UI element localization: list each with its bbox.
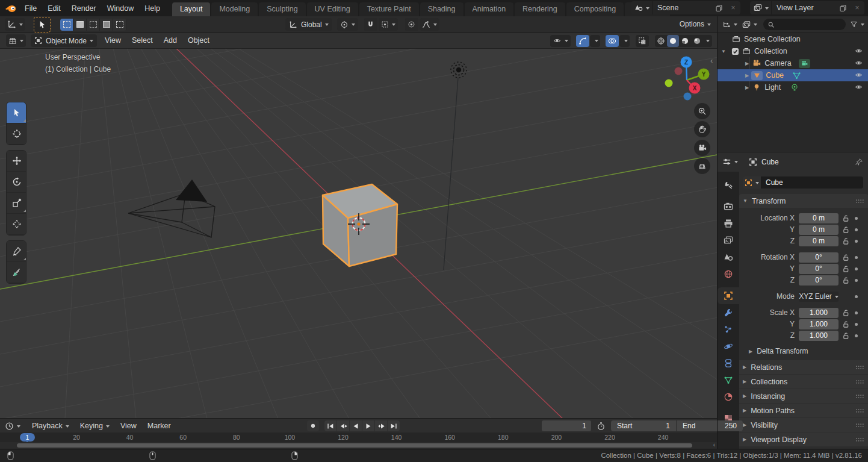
pin-icon[interactable] xyxy=(855,158,863,166)
viewport-menu-select[interactable]: Select xyxy=(126,33,158,48)
workspace-tab-layout[interactable]: Layout xyxy=(172,2,211,16)
timeline-menu-keying[interactable]: Keying xyxy=(75,419,115,433)
tab-material[interactable] xyxy=(718,389,739,405)
play-reverse-button[interactable] xyxy=(350,420,362,431)
transform-panel-header[interactable]: ▼ Transform xyxy=(739,194,868,208)
timeline-editor-type-button[interactable] xyxy=(5,422,20,431)
outliner-row-collection[interactable]: ▼ Collection xyxy=(718,45,868,57)
timeline-menu-playback[interactable]: Playback xyxy=(26,419,75,433)
disclosure-triangle[interactable]: ▼ xyxy=(721,49,726,54)
workspace-tab-compositing[interactable]: Compositing xyxy=(566,2,624,16)
tab-object[interactable] xyxy=(718,287,739,304)
view-layer-remove-button[interactable]: × xyxy=(850,1,864,14)
tab-constraints[interactable] xyxy=(718,355,739,372)
tab-scene[interactable] xyxy=(718,249,739,266)
tab-particles[interactable] xyxy=(718,321,739,338)
tab-modifiers[interactable] xyxy=(718,304,739,321)
lock-icon[interactable] xyxy=(843,265,849,273)
transform-orientation-dropdown[interactable]: Global xyxy=(285,18,332,31)
view-layer-name[interactable]: View Layer xyxy=(772,4,835,12)
workspace-tab-animation[interactable]: Animation xyxy=(465,2,514,16)
tab-view-layer[interactable] xyxy=(718,232,739,249)
outliner-row-camera[interactable]: ▶ Camera xyxy=(718,57,868,69)
lock-icon[interactable] xyxy=(843,276,849,284)
options-dropdown[interactable]: Options xyxy=(680,20,711,28)
previous-keyframe-button[interactable] xyxy=(337,420,350,431)
scene-name[interactable]: Scene xyxy=(653,4,711,12)
tool-scale[interactable] xyxy=(7,193,26,214)
disclosure-triangle[interactable]: ▶ xyxy=(745,85,749,90)
hide-eye-toggle[interactable] xyxy=(854,83,863,91)
timeline-scrollbar[interactable] xyxy=(17,443,692,448)
workspace-tab-texture-paint[interactable]: Texture Paint xyxy=(359,2,419,16)
select-mode-extend[interactable] xyxy=(73,19,87,31)
editor-divider-vertical[interactable] xyxy=(717,16,718,449)
grip-icon[interactable] xyxy=(855,423,864,428)
value-field[interactable]: 0 m xyxy=(799,225,839,235)
light-object[interactable] xyxy=(451,62,467,78)
gizmo-z-neg[interactable] xyxy=(684,93,692,101)
select-mode-subtract[interactable] xyxy=(87,19,100,31)
outliner-filter-dropdown[interactable] xyxy=(850,20,864,28)
select-mode-set[interactable] xyxy=(60,19,73,31)
animate-dot[interactable] xyxy=(855,217,858,220)
value-field[interactable]: 1.000 xyxy=(799,319,839,329)
value-field[interactable]: 0° xyxy=(799,252,839,263)
overlays-dropdown[interactable] xyxy=(619,35,630,47)
disclosure-triangle[interactable]: ▶ xyxy=(745,73,749,78)
shading-rendered-button[interactable] xyxy=(691,35,703,47)
lock-icon[interactable] xyxy=(843,254,849,261)
menu-help[interactable]: Help xyxy=(139,1,166,16)
scene-browse-button[interactable] xyxy=(631,1,653,14)
sidebar-collapse-arrow[interactable]: ‹ xyxy=(710,56,713,65)
value-field[interactable]: 0° xyxy=(799,264,839,274)
tab-render[interactable] xyxy=(718,198,739,215)
viewport-editor-type-button[interactable] xyxy=(6,34,26,47)
lock-icon[interactable] xyxy=(843,332,849,340)
viewport-menu-add[interactable]: Add xyxy=(158,33,182,48)
scene-copy-button[interactable] xyxy=(711,1,726,14)
region-expand-arrow[interactable]: ‹ xyxy=(713,442,715,448)
proportional-falloff-dropdown[interactable] xyxy=(420,18,439,31)
outliner-row-light[interactable]: ▶ Light xyxy=(718,81,868,93)
active-camera-data-badge[interactable] xyxy=(799,59,810,68)
cube-object[interactable] xyxy=(323,184,397,266)
snap-settings-dropdown[interactable] xyxy=(379,18,398,31)
panel-instancing[interactable]: ▶Instancing xyxy=(739,389,868,403)
editor-type-button[interactable] xyxy=(5,18,25,31)
outliner-display-mode-dropdown[interactable] xyxy=(722,20,737,29)
select-mode-intersect[interactable] xyxy=(113,19,126,31)
animate-dot[interactable] xyxy=(855,311,858,314)
view-layer-copy-button[interactable] xyxy=(835,1,850,14)
camera-object[interactable] xyxy=(128,179,215,237)
lock-icon[interactable] xyxy=(843,214,849,222)
value-field[interactable]: 0° xyxy=(799,275,839,286)
panel-relations[interactable]: ▶Relations xyxy=(739,360,868,374)
select-mode-invert[interactable] xyxy=(100,19,113,31)
editor-divider-horizontal[interactable] xyxy=(718,152,868,152)
tool-move[interactable] xyxy=(7,151,26,172)
tool-measure[interactable] xyxy=(7,262,26,283)
animate-dot[interactable] xyxy=(855,323,858,326)
play-button[interactable] xyxy=(362,420,375,431)
timeline-menu-view[interactable]: View xyxy=(115,419,142,433)
gizmo-dropdown[interactable] xyxy=(590,35,600,47)
object-id-browse-button[interactable] xyxy=(743,176,761,189)
tab-physics[interactable] xyxy=(718,338,739,355)
auto-keying-record-button[interactable] xyxy=(307,420,320,431)
tab-object-data[interactable] xyxy=(718,372,739,389)
panel-collections[interactable]: ▶Collections xyxy=(739,375,868,389)
gizmo-y-neg[interactable] xyxy=(665,80,673,87)
show-gizmo-toggle[interactable] xyxy=(576,35,589,47)
value-field[interactable]: 0 m xyxy=(799,236,839,246)
pivot-point-dropdown[interactable] xyxy=(337,18,358,31)
shading-wireframe-button[interactable] xyxy=(655,35,667,47)
jump-to-end-button[interactable] xyxy=(388,420,400,431)
viewport-menu-object[interactable]: Object xyxy=(182,33,215,48)
navigation-gizmo[interactable]: Z Y X xyxy=(658,52,715,109)
grip-icon[interactable] xyxy=(855,408,864,413)
snap-toggle-button[interactable] xyxy=(364,18,377,31)
properties-editor-type-button[interactable] xyxy=(722,157,738,166)
tool-select-box[interactable] xyxy=(7,102,26,123)
animate-dot[interactable] xyxy=(855,256,858,259)
